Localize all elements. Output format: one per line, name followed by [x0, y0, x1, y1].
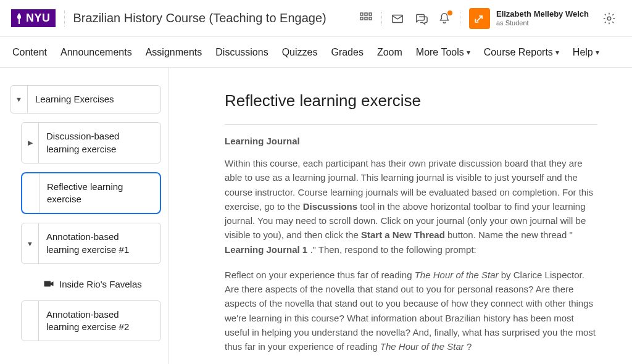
- chevron-down-icon: ▾: [467, 48, 470, 57]
- svg-rect-4: [360, 17, 363, 20]
- svg-rect-1: [360, 13, 363, 15]
- caret-placeholder: [22, 173, 40, 213]
- content-sidebar: ▼ Learning Exercises ▶ Discussion-based …: [0, 68, 169, 364]
- divider: [381, 12, 382, 25]
- text: button. Name the new thread ": [447, 230, 573, 240]
- caret-placeholder: [22, 301, 39, 341]
- sidebar-item-reflective-exercise[interactable]: Reflective learning exercise: [21, 172, 161, 215]
- notification-dot: [447, 10, 452, 15]
- nav-grades[interactable]: Grades: [331, 47, 363, 58]
- divider: [64, 10, 65, 27]
- bold-text: Start a New Thread: [361, 230, 445, 240]
- video-icon: [43, 279, 54, 289]
- svg-rect-6: [369, 17, 372, 20]
- mail-icon[interactable]: [386, 7, 409, 30]
- paragraph-1: Within this course, each participant has…: [225, 156, 597, 257]
- apps-icon[interactable]: [354, 7, 378, 30]
- bold-text: Discussions: [303, 201, 357, 212]
- nav-content[interactable]: Content: [12, 47, 47, 58]
- nav-more-tools[interactable]: More Tools ▾: [416, 47, 470, 58]
- nav-zoom[interactable]: Zoom: [377, 47, 402, 58]
- nav-label: More Tools: [416, 47, 464, 58]
- course-title[interactable]: Brazilian History Course (Teaching to En…: [73, 11, 326, 25]
- chevron-down-icon: ▾: [596, 48, 599, 57]
- nav-label: Help: [573, 47, 593, 58]
- caret-down-icon[interactable]: ▼: [22, 223, 39, 263]
- nav-help[interactable]: Help ▾: [573, 47, 599, 58]
- user-menu[interactable]: Elizabeth Melleby Welch as Student: [469, 8, 589, 29]
- sidebar-item-annotation-2[interactable]: Annotation-based learning exercise #2: [21, 300, 161, 342]
- chat-icon[interactable]: [409, 7, 433, 30]
- chevron-down-icon: ▾: [555, 48, 559, 57]
- svg-rect-5: [365, 17, 367, 20]
- divider: [225, 124, 597, 125]
- top-icon-group: Elizabeth Melleby Welch as Student: [354, 7, 621, 30]
- bell-icon[interactable]: [433, 7, 456, 30]
- caret-down-icon[interactable]: ▼: [10, 86, 28, 113]
- sidebar-item-discussion-exercise[interactable]: ▶ Discussion-based learning exercise: [21, 122, 161, 163]
- nav-announcements[interactable]: Announcements: [60, 47, 132, 58]
- sidebar-item-label: Discussion-based learning exercise: [39, 123, 160, 163]
- svg-rect-0: [19, 19, 20, 24]
- sidebar-item-label: Inside Rio's Favelas: [59, 279, 142, 289]
- sidebar-item-label: Reflective learning exercise: [40, 173, 160, 213]
- sidebar-leaf-inside-rios-favelas[interactable]: Inside Rio's Favelas: [21, 273, 161, 300]
- section-subhead: Learning Journal: [225, 136, 597, 146]
- text: ." Then, respond to the following prompt…: [310, 244, 476, 255]
- user-role: as Student: [496, 19, 589, 27]
- caret-right-icon[interactable]: ▶: [22, 123, 39, 163]
- bold-text: Learning Journal 1: [225, 244, 307, 255]
- svg-rect-9: [44, 281, 51, 287]
- sidebar-root-learning-exercises[interactable]: ▼ Learning Exercises: [10, 85, 161, 114]
- nav-discussions[interactable]: Discussions: [215, 47, 268, 58]
- nav-course-reports[interactable]: Course Reports ▾: [484, 47, 559, 58]
- logo-text: NYU: [26, 12, 51, 25]
- user-name: Elizabeth Melleby Welch: [496, 10, 589, 19]
- svg-rect-3: [369, 13, 372, 15]
- nyu-logo[interactable]: NYU: [11, 9, 56, 27]
- nav-assignments[interactable]: Assignments: [146, 47, 202, 58]
- sidebar-item-label: Annotation-based learning exercise #2: [39, 301, 160, 341]
- paragraph-2: Reflect on your experience thus far of r…: [225, 268, 597, 354]
- text: Reflect on your experience thus far of r…: [225, 270, 415, 280]
- nav-label: Course Reports: [484, 47, 553, 58]
- italic-text: The Hour of the Star: [415, 270, 499, 280]
- sidebar-item-label: Annotation-based learning exercise #1: [39, 223, 160, 263]
- top-bar: NYU Brazilian History Course (Teaching t…: [0, 0, 632, 37]
- divider: [460, 12, 460, 25]
- user-avatar-icon: [469, 8, 490, 29]
- nav-quizzes[interactable]: Quizzes: [282, 47, 318, 58]
- main-content: Reflective learning exercise Learning Jo…: [169, 68, 632, 364]
- svg-rect-2: [365, 13, 367, 15]
- text: by Clarice Lispector. Are there aspects …: [225, 270, 596, 352]
- page-title: Reflective learning exercise: [225, 91, 597, 110]
- gear-icon[interactable]: [597, 7, 621, 30]
- svg-point-8: [607, 17, 611, 20]
- text: ?: [467, 341, 472, 352]
- course-nav: Content Announcements Assignments Discus…: [0, 37, 632, 68]
- italic-text: The Hour of the Star: [380, 341, 464, 352]
- sidebar-item-annotation-1[interactable]: ▼ Annotation-based learning exercise #1: [21, 223, 161, 264]
- torch-icon: [15, 12, 23, 25]
- sidebar-item-label: Learning Exercises: [28, 86, 122, 113]
